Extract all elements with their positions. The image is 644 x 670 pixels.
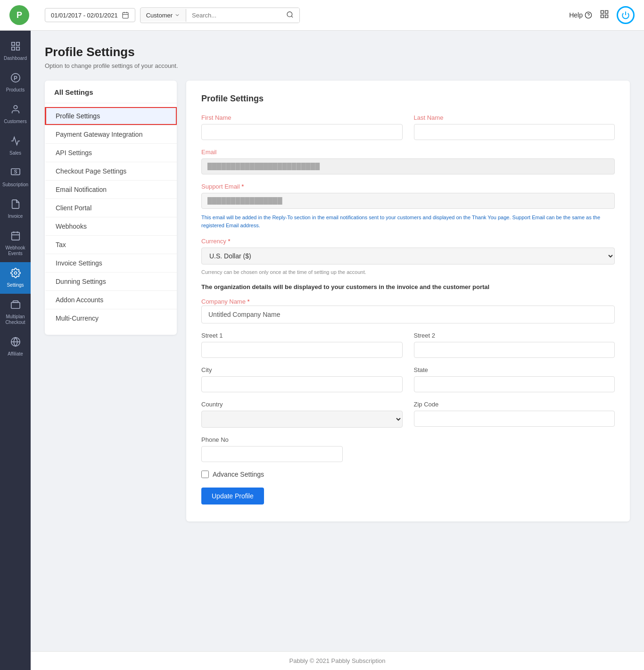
zip-group: Zip Code <box>414 401 615 428</box>
main-content: Profile Settings Option to change profil… <box>31 31 644 651</box>
settings-nav-item-invoice[interactable]: Invoice Settings <box>45 254 177 272</box>
svg-rect-24 <box>11 232 19 240</box>
calendar-icon <box>122 11 129 19</box>
zip-input[interactable] <box>414 411 615 427</box>
search-icon <box>286 11 294 18</box>
svg-text:P: P <box>14 75 17 82</box>
country-label: Country <box>201 401 403 408</box>
city-state-row: City State <box>201 366 615 392</box>
settings-nav-item-dunning[interactable]: Dunning Settings <box>45 272 177 290</box>
city-group: City <box>201 366 403 392</box>
name-row: First Name Last Name <box>201 114 615 140</box>
sales-icon <box>10 136 21 149</box>
street2-group: Street 2 <box>414 332 615 358</box>
advance-settings-label[interactable]: Advance Settings <box>213 471 264 478</box>
sidebar-item-products[interactable]: P Products <box>0 67 31 99</box>
logo: P <box>9 5 40 25</box>
settings-nav-item-webhooks[interactable]: Webhooks <box>45 217 177 235</box>
svg-rect-10 <box>601 11 604 14</box>
sidebar-item-subscription[interactable]: S Subscription <box>0 162 31 193</box>
company-name-input[interactable] <box>201 306 615 323</box>
sidebar-item-customers[interactable]: Customers <box>0 99 31 130</box>
city-input[interactable] <box>201 376 403 392</box>
sidebar-item-sales[interactable]: Sales <box>0 130 31 162</box>
street2-input[interactable] <box>414 342 615 358</box>
settings-nav-label-email: Email Notification <box>56 186 107 193</box>
settings-nav-item-multicurrency[interactable]: Multi-Currency <box>45 309 177 327</box>
customers-icon <box>10 104 21 117</box>
support-email-input[interactable] <box>201 193 615 209</box>
company-name-group: Company Name * <box>201 297 615 332</box>
svg-rect-11 <box>605 11 608 14</box>
country-group: Country <box>201 401 403 428</box>
street1-input[interactable] <box>201 342 403 358</box>
form-section-title: Profile Settings <box>201 94 615 104</box>
date-range-button[interactable]: 01/01/2017 - 02/01/2021 <box>45 8 135 22</box>
settings-nav-item-email[interactable]: Email Notification <box>45 180 177 199</box>
settings-nav-item-addon[interactable]: Addon Accounts <box>45 290 177 309</box>
content-area: All Settings Profile Settings Payment Ga… <box>45 81 630 521</box>
update-profile-button[interactable]: Update Profile <box>201 488 264 505</box>
svg-point-28 <box>14 272 17 274</box>
email-label: Email <box>201 149 615 156</box>
webhook-icon <box>10 231 21 243</box>
sidebar-item-invoice[interactable]: Invoice <box>0 193 31 225</box>
sidebar-item-multiplan[interactable]: Multiplan Checkout <box>0 294 31 331</box>
sidebar-item-settings[interactable]: Settings <box>0 262 31 294</box>
sidebar-label-invoice: Invoice <box>8 214 23 219</box>
last-name-input[interactable] <box>414 124 615 140</box>
sidebar-item-affiliate[interactable]: Affiliate <box>0 331 31 363</box>
page-title: Profile Settings <box>45 45 630 59</box>
state-input[interactable] <box>414 376 615 392</box>
settings-nav-item-tax[interactable]: Tax <box>45 235 177 254</box>
settings-nav-item-client[interactable]: Client Portal <box>45 199 177 217</box>
settings-nav-item-api[interactable]: API Settings <box>45 143 177 162</box>
sidebar-item-webhook[interactable]: Webhook Events <box>0 225 31 262</box>
svg-rect-16 <box>16 42 19 45</box>
street2-label: Street 2 <box>414 332 615 339</box>
power-button[interactable] <box>617 6 635 24</box>
currency-select[interactable]: U.S. Dollar ($) <box>201 248 615 265</box>
main-header: P 01/01/2017 - 02/01/2021 Customer Help <box>0 0 644 31</box>
settings-nav-item-payment[interactable]: Payment Gateway Integration <box>45 125 177 143</box>
search-input[interactable] <box>186 9 281 22</box>
svg-text:P: P <box>17 10 22 20</box>
street1-label: Street 1 <box>201 332 403 339</box>
settings-nav-label-tax: Tax <box>56 241 66 248</box>
power-icon <box>621 11 630 19</box>
country-select[interactable] <box>201 411 403 428</box>
phone-group: Phone No <box>201 436 343 462</box>
advance-settings-checkbox[interactable] <box>201 471 209 478</box>
settings-nav-item-checkout[interactable]: Checkout Page Settings <box>45 162 177 180</box>
phone-row: Phone No <box>201 436 615 462</box>
dropdown-label: Customer <box>146 12 173 19</box>
invoice-icon <box>10 199 21 212</box>
help-button[interactable]: Help <box>569 11 592 19</box>
sidebar-item-dashboard[interactable]: Dashboard <box>0 35 31 67</box>
apps-grid-button[interactable] <box>600 9 609 21</box>
support-email-hint: This email will be added in the Reply-To… <box>201 214 615 229</box>
settings-nav-label-checkout: Checkout Page Settings <box>56 167 126 175</box>
page-subtitle: Option to change profile settings of you… <box>45 62 630 69</box>
support-email-group: Support Email * This email will be added… <box>201 183 615 229</box>
svg-point-6 <box>287 12 292 17</box>
settings-nav-item-profile[interactable]: Profile Settings <box>45 107 177 125</box>
phone-input[interactable] <box>201 446 343 462</box>
search-button[interactable] <box>281 8 299 23</box>
sidebar-label-webhook: Webhook Events <box>2 245 28 256</box>
first-name-group: First Name <box>201 114 403 140</box>
first-name-input[interactable] <box>201 124 403 140</box>
help-label: Help <box>569 11 583 19</box>
customer-dropdown[interactable]: Customer <box>140 9 186 22</box>
svg-rect-12 <box>601 15 604 18</box>
email-input[interactable] <box>201 158 615 174</box>
sidebar-label-customers: Customers <box>4 119 26 124</box>
settings-nav-label-client: Client Portal <box>56 204 91 212</box>
profile-form-panel: Profile Settings First Name Last Name Em… <box>186 81 630 521</box>
settings-nav-label-invoice: Invoice Settings <box>56 259 102 267</box>
svg-rect-17 <box>11 47 14 50</box>
company-name-label: Company Name * <box>201 298 250 305</box>
grid-icon <box>600 9 609 19</box>
sidebar-label-multiplan: Multiplan Checkout <box>2 314 28 325</box>
settings-nav-label-api: API Settings <box>56 149 92 157</box>
